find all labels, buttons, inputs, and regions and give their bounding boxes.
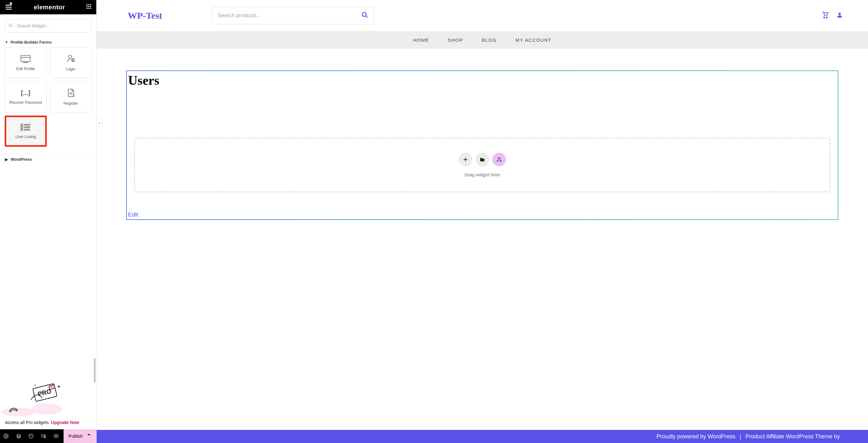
footer-credit-left[interactable]: Proudly powered by WordPress (656, 433, 735, 440)
dropzone-hint: Drag widget here (465, 172, 500, 177)
notification-dot-icon (10, 2, 12, 5)
svg-rect-11 (90, 8, 91, 9)
widget-label: User Listing (15, 134, 36, 139)
svg-rect-16 (24, 62, 27, 63)
responsive-button[interactable] (37, 433, 50, 439)
site-header: WP-Test (97, 0, 868, 31)
widgets-grid: Edit Profile Login [...] Recover Passwor… (0, 47, 96, 147)
section-wordpress[interactable]: ▶ WordPress (0, 154, 96, 165)
svg-text:$: $ (72, 94, 74, 97)
widget-label: Login (66, 67, 75, 71)
navigator-button[interactable] (12, 433, 25, 439)
register-icon: $ (66, 88, 75, 97)
svg-point-17 (68, 55, 72, 58)
footer-credit-right[interactable]: Product Affiliate WordPress Theme by (746, 433, 840, 440)
svg-rect-3 (87, 4, 88, 5)
svg-point-32 (32, 404, 62, 415)
svg-rect-25 (21, 126, 23, 128)
elementor-panel: elementor ▼ Profile Builder Forms Edit P… (0, 0, 97, 443)
add-widget-button[interactable] (459, 153, 472, 166)
search-icon (8, 23, 13, 29)
svg-point-37 (6, 436, 7, 437)
history-button[interactable] (25, 433, 37, 439)
pro-promo-area: PRO ✦ + Access all Pro widgets. Upgrade … (0, 165, 96, 429)
account-icon[interactable] (836, 11, 843, 20)
pro-promo-text: Access all Pro widgets. Upgrade Now (0, 416, 96, 429)
svg-point-41 (362, 12, 366, 17)
widget-dropzone[interactable]: Drag widget here (134, 138, 830, 192)
edit-section-link[interactable]: Edit (128, 211, 138, 218)
chevron-right-icon: ▶ (5, 157, 8, 162)
widgets-grid-button[interactable] (86, 3, 92, 11)
login-icon (66, 54, 75, 63)
search-widget-wrap (0, 14, 96, 37)
product-search-input[interactable] (218, 12, 362, 19)
svg-line-13 (11, 26, 12, 27)
widget-login[interactable]: Login (50, 47, 92, 78)
svg-text:✦: ✦ (57, 384, 61, 389)
site-footer: Proudly powered by WordPress | Product A… (97, 430, 868, 443)
svg-rect-5 (90, 4, 91, 5)
primary-nav: HOME SHOP BLOG MY ACCOUNT (97, 31, 868, 49)
svg-rect-14 (21, 56, 30, 62)
svg-point-12 (9, 24, 11, 27)
add-template-button[interactable] (475, 153, 489, 166)
panel-scrollbar[interactable] (94, 358, 96, 383)
preview-canvas: WP-Test HOME SHOP BLOG MY ACCOUNT Users (97, 0, 868, 443)
svg-rect-8 (90, 6, 91, 7)
accordion-label: Profile Builder Forms (10, 40, 52, 44)
search-widget-input[interactable] (5, 19, 92, 33)
widget-user-listing[interactable]: User Listing (5, 116, 47, 147)
elementor-section[interactable]: Users Drag widget here Edit (126, 70, 838, 220)
nav-home[interactable]: HOME (413, 37, 429, 43)
hamburger-menu-button[interactable] (4, 3, 13, 11)
publish-button[interactable]: Publish ⌃ (64, 429, 96, 443)
widget-label: Register (63, 101, 78, 105)
svg-rect-7 (88, 6, 89, 7)
dropzone-buttons (459, 153, 506, 166)
promo-copy: Access all Pro widgets. (5, 420, 51, 425)
section-heading: Users (127, 71, 838, 88)
pro-promo-illustration-icon: PRO ✦ + (0, 383, 62, 417)
settings-button[interactable] (0, 433, 12, 439)
widget-edit-profile[interactable]: Edit Profile (5, 47, 47, 78)
nav-my-account[interactable]: MY ACCOUNT (515, 37, 552, 43)
page-body: Users Drag widget here Edit (97, 49, 868, 430)
svg-rect-22 (21, 124, 23, 126)
publish-label: Publish (68, 434, 83, 439)
preview-button[interactable] (50, 433, 62, 439)
svg-point-43 (838, 13, 841, 15)
svg-rect-4 (88, 4, 89, 5)
svg-rect-6 (87, 6, 88, 7)
svg-rect-10 (88, 8, 89, 9)
user-listing-icon (20, 123, 31, 131)
widget-label: Edit Profile (16, 67, 35, 71)
site-title[interactable]: WP-Test (128, 10, 162, 21)
svg-rect-9 (87, 8, 88, 9)
svg-point-31 (2, 408, 36, 416)
panel-header: elementor (0, 0, 96, 14)
recover-password-icon: [...] (21, 89, 30, 97)
footer-sep: | (740, 433, 741, 440)
nav-blog[interactable]: BLOG (482, 37, 497, 43)
svg-line-42 (366, 16, 367, 18)
svg-text:+: + (34, 383, 36, 387)
widget-register[interactable]: $ Register (50, 81, 92, 113)
header-actions (822, 11, 843, 20)
chevron-down-icon: ▼ (5, 40, 8, 44)
cart-icon[interactable] (822, 11, 829, 20)
svg-rect-28 (21, 129, 23, 130)
brand-label: elementor (34, 4, 65, 11)
edit-profile-icon (20, 54, 31, 63)
upgrade-now-link[interactable]: Upgrade Now (51, 420, 79, 425)
search-icon[interactable] (362, 11, 368, 20)
panel-footer: Publish ⌃ (0, 429, 96, 443)
widget-label: Recover Password (9, 100, 42, 105)
chevron-up-icon: ⌃ (87, 433, 91, 440)
ai-button[interactable] (492, 153, 506, 166)
accordion-label: WordPress (10, 157, 32, 162)
nav-shop[interactable]: SHOP (448, 37, 463, 43)
section-profile-builder-forms[interactable]: ▼ Profile Builder Forms (0, 37, 96, 47)
widget-recover-password[interactable]: [...] Recover Password (5, 81, 47, 113)
product-search[interactable] (212, 7, 374, 24)
